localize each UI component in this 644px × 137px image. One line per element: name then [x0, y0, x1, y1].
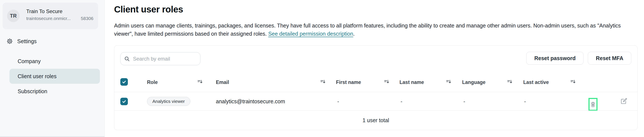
organization-name: Train To Secure [26, 8, 62, 14]
search-box[interactable] [120, 52, 200, 65]
sort-icon-first-name[interactable] [384, 79, 389, 85]
main-content: Client user roles Admin users can manage… [105, 0, 644, 137]
sort-icon-language[interactable] [507, 79, 512, 85]
sidebar-item-label: Subscription [18, 88, 47, 95]
delete-user-button[interactable] [590, 101, 596, 108]
sidebar-item-label: Company [18, 58, 41, 64]
organization-card[interactable]: TR Train To Secure traintosecure.onmicr.… [2, 2, 98, 29]
sort-icon-last-active[interactable] [570, 79, 576, 85]
select-all-checkbox[interactable] [120, 78, 128, 86]
sidebar-section-label: Settings [17, 38, 36, 44]
organization-domain: traintosecure.onmicr... [26, 16, 71, 21]
last-active-cell: - [524, 92, 526, 111]
column-header-role: Role [147, 79, 158, 85]
sort-icon-role[interactable] [197, 79, 203, 85]
column-header-language: Language [462, 79, 486, 85]
target-highlight-box [588, 98, 598, 111]
toolbar-buttons: Reset password Reset MFA [526, 52, 631, 65]
edit-user-button[interactable] [620, 98, 627, 105]
first-name-cell: - [337, 92, 339, 111]
page-title: Client user roles [114, 4, 183, 15]
search-icon [124, 56, 130, 62]
gear-icon [6, 38, 13, 44]
column-header-last-active: Last active [523, 79, 549, 85]
role-cell: Analytics viewer [147, 92, 190, 111]
sidebar-item-subscription[interactable]: Subscription [10, 84, 100, 99]
column-header-email: Email [216, 79, 229, 85]
row-checkbox[interactable] [120, 98, 128, 105]
email-cell: analytics@traintosecure.com [216, 92, 285, 111]
organization-id: 58306 [81, 16, 94, 21]
column-header-first-name: First name [336, 79, 361, 85]
edit-pencil-icon [620, 98, 627, 105]
user-roles-card: Reset password Reset MFA Role Ema [114, 45, 638, 130]
client-user-roles-page: TR Train To Secure traintosecure.onmicr.… [0, 0, 644, 137]
checkmark-icon [122, 99, 126, 104]
description-text: Admin users can manage clients, training… [114, 22, 621, 37]
settings-nav: Company Client user roles Subscription [0, 54, 104, 99]
sidebar-item-label: Client user roles [18, 73, 56, 79]
sort-icon-email[interactable] [320, 79, 326, 85]
last-name-cell: - [400, 92, 402, 111]
table-footer: 1 user total [114, 110, 637, 130]
user-total-label: 1 user total [362, 117, 389, 124]
sort-icon-last-name[interactable] [446, 79, 451, 85]
description-period: . [353, 31, 355, 37]
role-badge: Analytics viewer [147, 97, 190, 106]
sidebar-item-client-user-roles[interactable]: Client user roles [10, 69, 100, 84]
table-row: Analytics viewer analytics@traintosecure… [114, 92, 637, 110]
sidebar-item-company[interactable]: Company [10, 54, 100, 69]
sidebar-section-settings: Settings [6, 37, 36, 45]
search-input[interactable] [133, 56, 200, 62]
reset-mfa-button[interactable]: Reset MFA [588, 52, 631, 65]
organization-avatar: TR [7, 10, 20, 22]
permission-description-link[interactable]: See detailed permission description [268, 31, 353, 37]
table-header-row: Role Email First name [114, 74, 637, 92]
page-description: Admin users can manage clients, training… [114, 21, 633, 38]
trash-icon [590, 101, 596, 108]
organization-subline: traintosecure.onmicr... 58306 [26, 16, 94, 21]
language-cell: - [464, 92, 465, 111]
reset-password-button[interactable]: Reset password [526, 52, 584, 65]
settings-sidebar: TR Train To Secure traintosecure.onmicr.… [0, 0, 104, 137]
checkmark-icon [122, 79, 126, 84]
column-header-last-name: Last name [400, 79, 424, 85]
